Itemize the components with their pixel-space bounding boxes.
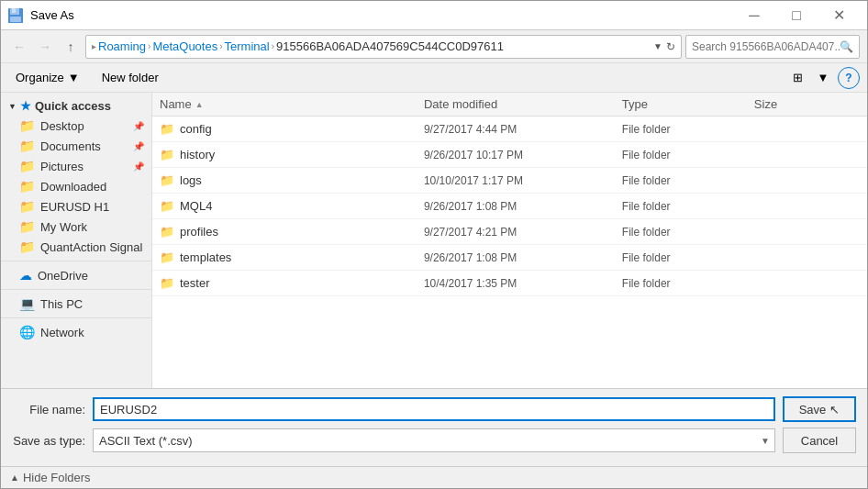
folder-icon: 📁 — [19, 239, 35, 254]
file-date: 10/4/2017 1:35 PM — [424, 277, 622, 290]
sidebar-item-onedrive[interactable]: ☁ OneDrive — [1, 265, 151, 285]
sidebar-item-label: Pictures — [40, 160, 128, 173]
file-type: File folder — [622, 226, 754, 239]
table-row[interactable]: 📁history 9/26/2017 10:17 PM File folder — [152, 142, 867, 168]
folder-icon: 📁 — [19, 159, 35, 173]
svg-rect-4 — [10, 17, 21, 22]
column-header: Name ▲ Date modified Type Size — [152, 93, 867, 117]
sidebar-divider-2 — [1, 289, 151, 290]
file-type: File folder — [622, 149, 754, 161]
minimize-button[interactable]: ─ — [733, 1, 775, 30]
pin-icon: 📌 — [133, 141, 144, 151]
quick-access-header[interactable]: ▼ ★ Quick access — [1, 96, 151, 116]
file-name-text: MQL4 — [180, 199, 212, 213]
breadcrumb-roaming[interactable]: Roaming — [98, 39, 146, 53]
folder-icon: 📁 — [19, 219, 35, 234]
table-row[interactable]: 📁templates 9/26/2017 1:08 PM File folder — [152, 245, 867, 271]
sidebar-item-mywork[interactable]: 📁 My Work — [1, 217, 151, 237]
sidebar-item-label: QuantAction Signal — [40, 240, 144, 254]
computer-icon: 💻 — [19, 296, 35, 311]
file-date: 9/26/2017 1:08 PM — [424, 251, 622, 264]
save-button[interactable]: Save ↖ — [783, 396, 856, 422]
cancel-button[interactable]: Cancel — [783, 428, 856, 453]
file-date: 9/27/2017 4:44 PM — [424, 123, 622, 136]
sidebar-divider-3 — [1, 317, 151, 318]
nav-toolbar: ← → ↑ ▸ Roaming › MetaQuotes › Terminal … — [1, 30, 867, 63]
status-bar: ▲ Hide Folders — [1, 466, 867, 488]
col-size-header[interactable]: Size — [754, 97, 860, 111]
folder-icon: 📁 — [19, 179, 35, 194]
breadcrumb-terminal[interactable]: Terminal — [225, 39, 270, 53]
saveastype-row: Save as type: ASCII Text (*.csv) ▼ Cance… — [12, 428, 856, 453]
sort-arrow-icon: ▲ — [195, 100, 204, 109]
file-name-text: config — [180, 122, 212, 136]
file-date: 10/10/2017 1:17 PM — [424, 174, 622, 187]
back-button[interactable]: ← — [8, 36, 30, 58]
breadcrumb-metaquotes[interactable]: MetaQuotes — [152, 39, 217, 53]
file-name-text: logs — [180, 173, 202, 187]
table-row[interactable]: 📁tester 10/4/2017 1:35 PM File folder — [152, 271, 867, 296]
file-name-text: tester — [180, 276, 210, 290]
search-input[interactable] — [692, 40, 840, 53]
svg-rect-2 — [12, 8, 16, 13]
sidebar-item-network[interactable]: 🌐 Network — [1, 322, 151, 342]
search-bar[interactable]: 🔍 — [685, 35, 860, 59]
sidebar-item-downloaded[interactable]: 📁 Downloaded — [1, 176, 151, 196]
sidebar-item-label: This PC — [40, 297, 144, 311]
chevron-up-icon: ▲ — [10, 472, 19, 483]
view-button[interactable]: ⊞ — [786, 67, 808, 89]
sidebar-item-quantaction[interactable]: 📁 QuantAction Signal — [1, 237, 151, 257]
sidebar-item-label: Documents — [40, 139, 128, 153]
col-name-header[interactable]: Name ▲ — [160, 97, 424, 111]
folder-icon: 📁 — [19, 139, 35, 153]
main-area: ▼ ★ Quick access 📁 Desktop 📌 📁 Documents… — [1, 93, 867, 388]
file-name-text: templates — [180, 250, 231, 264]
col-date-header[interactable]: Date modified — [424, 97, 622, 111]
file-name-text: profiles — [180, 225, 218, 239]
sidebar-divider — [1, 261, 151, 261]
sidebar-item-eurusd[interactable]: 📁 EURUSD H1 — [1, 196, 151, 217]
quick-access-arrow-icon: ▼ — [8, 102, 17, 111]
save-as-dialog: Save As ─ □ ✕ ← → ↑ ▸ Roaming › MetaQuot… — [0, 0, 868, 489]
organize-button[interactable]: Organize ▼ — [8, 67, 87, 89]
maximize-button[interactable]: □ — [775, 1, 818, 30]
close-button[interactable]: ✕ — [818, 1, 860, 30]
address-bar[interactable]: ▸ Roaming › MetaQuotes › Terminal › 9155… — [85, 35, 682, 59]
table-row[interactable]: 📁MQL4 9/26/2017 1:08 PM File folder — [152, 194, 867, 219]
forward-button[interactable]: → — [34, 36, 56, 58]
new-folder-button[interactable]: New folder — [95, 67, 166, 89]
view-dropdown-button[interactable]: ▼ — [812, 67, 834, 89]
quick-access-star-icon: ★ — [20, 99, 31, 113]
cursor-icon: ↖ — [829, 403, 840, 417]
hide-folders-button[interactable]: ▲ Hide Folders — [10, 467, 91, 488]
sidebar-item-thispc[interactable]: 💻 This PC — [1, 294, 151, 314]
col-type-header[interactable]: Type — [622, 97, 754, 111]
filename-label: File name: — [12, 403, 85, 417]
folder-icon: 📁 — [19, 199, 35, 214]
file-date: 9/26/2017 1:08 PM — [424, 200, 622, 213]
sidebar-item-label: Desktop — [40, 119, 128, 133]
file-date: 9/26/2017 10:17 PM — [424, 149, 622, 161]
up-button[interactable]: ↑ — [60, 36, 82, 58]
folder-icon: 📁 — [19, 118, 35, 133]
address-dropdown-button[interactable]: ▼ — [653, 41, 662, 51]
sidebar-item-desktop[interactable]: 📁 Desktop 📌 — [1, 116, 151, 136]
sidebar-item-label: EURUSD H1 — [40, 200, 144, 214]
file-type: File folder — [622, 200, 754, 213]
cloud-icon: ☁ — [19, 268, 32, 283]
table-row[interactable]: 📁logs 10/10/2017 1:17 PM File folder — [152, 168, 867, 194]
sidebar-item-documents[interactable]: 📁 Documents 📌 — [1, 136, 151, 156]
pin-icon: 📌 — [133, 161, 144, 172]
table-row[interactable]: 📁config 9/27/2017 4:44 PM File folder — [152, 117, 867, 142]
help-button[interactable]: ? — [838, 67, 860, 89]
filename-input[interactable] — [93, 397, 775, 421]
title-controls: ─ □ ✕ — [733, 1, 860, 30]
sidebar-item-label: OneDrive — [38, 269, 144, 283]
address-refresh-button[interactable]: ↻ — [666, 40, 675, 53]
sidebar-item-label: Downloaded — [40, 180, 144, 194]
sidebar-item-pictures[interactable]: 📁 Pictures 📌 — [1, 156, 151, 176]
sidebar-item-label: My Work — [40, 220, 144, 234]
table-row[interactable]: 📁profiles 9/27/2017 4:21 PM File folder — [152, 219, 867, 245]
quick-access-label: Quick access — [35, 99, 111, 113]
saveastype-select[interactable]: ASCII Text (*.csv) — [93, 428, 775, 452]
